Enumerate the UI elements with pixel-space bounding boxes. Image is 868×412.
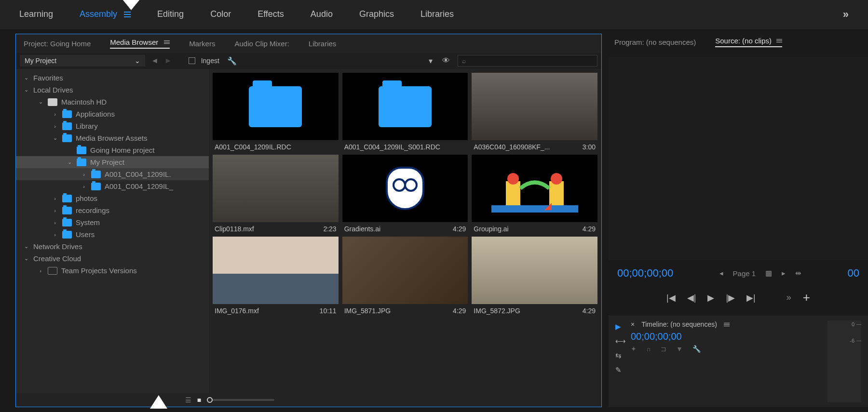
tree-item[interactable]: ›Applications [16,108,209,120]
chevron-right-icon[interactable]: › [37,268,44,274]
tree-item[interactable]: ›photos [16,192,209,204]
go-to-in-icon[interactable]: |◀ [666,292,676,303]
chevron-right-icon[interactable]: › [52,208,58,213]
chevron-right-icon[interactable]: › [52,196,58,201]
tree-item[interactable]: ›Users [16,228,209,240]
chevron-down-icon[interactable]: ⌄ [23,243,29,250]
workspace-graphics[interactable]: Graphics [359,9,394,19]
workspace-libraries[interactable]: Libraries [420,9,454,19]
step-forward-icon[interactable]: |▶ [726,292,735,303]
timeline-menu-icon[interactable] [724,323,730,326]
list-view-icon[interactable]: ☰ [185,396,191,404]
chevron-right-icon[interactable]: › [52,123,58,129]
media-thumbnail[interactable]: A001_C004_1209IL.RDC [213,73,339,151]
page-next-icon[interactable]: ▸ [782,269,786,278]
chevron-down-icon[interactable]: ⌄ [23,255,29,262]
chevron-right-icon[interactable]: › [52,111,58,117]
ingest-checkbox[interactable] [189,57,195,64]
media-thumbnail[interactable]: IMG_5871.JPG4:29 [342,237,468,315]
media-thumbnail[interactable]: IMG_0176.mxf10:11 [213,237,339,315]
tree-item[interactable]: ⌄Local Drives [16,84,209,96]
workspace-assembly[interactable]: Assembly [80,9,131,19]
nav-back-icon[interactable]: ◄ [151,56,159,65]
search-field[interactable] [470,57,593,65]
tab-source-monitor[interactable]: Source: (no clips) [715,37,782,47]
tab-media-browser[interactable]: Media Browser [110,38,170,49]
source-timecode[interactable]: 00;00;00;00 [617,267,673,279]
media-thumbnail[interactable]: Clip0118.mxf2:23 [213,155,339,233]
panel-menu-icon[interactable] [164,40,170,44]
workspace-editing[interactable]: Editing [157,9,184,19]
media-thumbnail[interactable]: IMG_5872.JPG4:29 [472,237,597,315]
ripple-tool-icon[interactable]: ⟷ [615,337,626,346]
chevron-down-icon[interactable]: ⌄ [66,159,73,165]
media-thumbnail[interactable]: Grouping.ai4:29 [472,155,597,233]
tree-item[interactable]: ⌄My Project [16,156,209,168]
media-thumbnail[interactable]: A036C040_160908KF_...3:00 [472,73,597,151]
step-back-icon[interactable]: ◀| [687,292,696,303]
settings-icon[interactable]: 🔧 [692,345,701,353]
tree-item[interactable]: ›A001_C004_1209IL. [16,168,209,180]
chevron-down-icon[interactable]: ⌄ [52,135,58,141]
chevron-down-icon[interactable]: ⌄ [23,75,29,81]
timeline-timecode[interactable]: 00;00;00;00 [631,331,823,342]
close-icon[interactable]: × [631,320,635,328]
wrench-icon[interactable]: 🔧 [225,56,239,66]
slip-tool-icon[interactable]: ⇆ [615,351,626,360]
chevron-right-icon[interactable]: › [52,232,58,238]
page-grid-icon[interactable]: ▦ [765,269,772,278]
magnet-icon[interactable]: ∩ [646,345,651,353]
tree-item[interactable]: ›A001_C004_1209IL_ [16,180,209,192]
tree-item[interactable]: ›Team Projects Versions [16,265,209,277]
media-thumbnail[interactable]: A001_C004_1209IL_S001.RDC [342,73,468,151]
preview-eye-icon[interactable]: 👁 [440,56,452,65]
folder-tree[interactable]: ⌄Favorites⌄Local Drives⌄Macintosh HD›App… [16,69,209,393]
workspace-learning[interactable]: Learning [19,9,53,19]
tab-markers[interactable]: Markers [189,40,215,48]
tree-item[interactable]: ⌄Media Browser Assets [16,132,209,144]
workspace-audio[interactable]: Audio [311,9,333,19]
tree-item[interactable]: ›Library [16,120,209,132]
chevron-right-icon[interactable]: › [81,184,87,189]
thumbnail-grid[interactable]: A001_C004_1209IL.RDCA001_C004_1209IL_S00… [209,69,601,393]
tab-project[interactable]: Project: Going Home [24,40,91,48]
nav-forward-icon[interactable]: ► [164,56,172,65]
workspace-overflow-icon[interactable]: » [843,8,849,21]
tree-item[interactable]: Going Home project [16,144,209,156]
add-button-icon[interactable]: + [803,290,810,305]
chevron-down-icon[interactable]: ⌄ [37,99,44,105]
page-prev-icon[interactable]: ◂ [719,269,723,278]
selection-tool-icon[interactable]: ▶ [615,322,626,331]
zoom-handle[interactable] [207,397,213,403]
play-icon[interactable]: ▶ [707,292,714,303]
transport-overflow-icon[interactable]: » [787,292,791,303]
workspace-color[interactable]: Color [210,9,231,19]
tree-item[interactable]: ⌄Macintosh HD [16,96,209,108]
source-menu-icon[interactable] [776,39,782,42]
chevron-right-icon[interactable]: › [81,172,87,177]
media-thumbnail[interactable]: Gradients.ai4:29 [342,155,468,233]
snap-icon[interactable]: ✦ [631,345,637,353]
workspace-menu-icon[interactable] [124,12,131,17]
chevron-right-icon[interactable]: › [52,220,58,226]
tab-audio-mixer[interactable]: Audio Clip Mixer: [234,40,289,48]
tree-item[interactable]: ⌄Favorites [16,72,209,84]
tab-libraries[interactable]: Libraries [309,40,337,48]
fit-icon[interactable]: ⇹ [795,269,801,278]
zoom-slider[interactable] [207,399,274,401]
grid-view-icon[interactable]: ■ [197,396,201,404]
workspace-effects[interactable]: Effects [258,9,284,19]
filter-icon[interactable]: ▾ [427,56,434,66]
path-dropdown[interactable]: My Project ⌄ [20,55,145,66]
razor-tool-icon[interactable]: ✎ [615,366,626,374]
tree-item[interactable]: ›recordings [16,204,209,216]
tree-item[interactable]: ›System [16,216,209,228]
tab-program-monitor[interactable]: Program: (no sequences) [614,37,696,47]
go-to-out-icon[interactable]: ▶| [746,292,756,303]
tree-item[interactable]: ⌄Creative Cloud [16,253,209,265]
link-icon[interactable]: ⊐ [661,345,666,353]
marker-icon[interactable]: ▼ [676,345,683,353]
tree-item[interactable]: ⌄Network Drives [16,240,209,253]
chevron-down-icon[interactable]: ⌄ [23,87,29,93]
search-input[interactable]: ⌕ [458,55,597,66]
